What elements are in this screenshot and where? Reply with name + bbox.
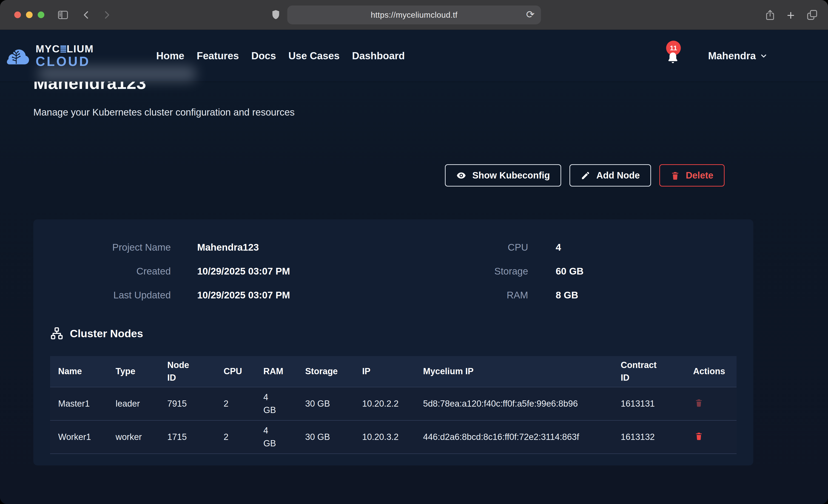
user-menu[interactable]: Mahendra (708, 50, 768, 61)
chevron-down-icon (759, 52, 768, 60)
col-header-mycelium-ip: Mycelium IP (415, 356, 613, 387)
url-text: https://myceliumcloud.tf (371, 10, 458, 19)
cluster-card: Project Name Mahendra123 CPU 4 Created 1… (33, 219, 753, 465)
delete-node-button[interactable] (693, 397, 705, 409)
detail-label: Project Name (50, 236, 171, 259)
bell-icon (666, 51, 679, 65)
traffic-lights (14, 11, 44, 18)
main-nav: Home Features Docs Use Cases Dashboard (156, 50, 405, 61)
node-contract-id: 1613131 (613, 387, 685, 420)
detail-label: CPU (409, 236, 528, 259)
mycelium-cloud-logo[interactable]: MYCLIUM CLOUD (6, 44, 94, 68)
nav-dashboard[interactable]: Dashboard (352, 50, 405, 61)
browser-window: https://myceliumcloud.tf ⟳ + (0, 0, 828, 504)
col-header-name: Name (50, 356, 108, 387)
node-storage: 30 GB (297, 387, 354, 420)
col-header-node-id: Node ID (159, 356, 215, 387)
node-ram: 4 GB (255, 387, 297, 420)
nav-docs[interactable]: Docs (251, 50, 276, 61)
last-updated-value: 10/29/2025 03:07 PM (171, 283, 409, 307)
reload-icon[interactable]: ⟳ (526, 9, 535, 19)
table-header-row: Name Type Node ID CPU RAM Storage IP Myc… (50, 356, 737, 387)
sidebar-toggle-icon[interactable] (57, 0, 69, 30)
node-mycelium-ip: 5d8:78ea:a120:f40c:ff0f:a5fe:99e6:8b96 (415, 387, 613, 420)
col-header-ram: RAM (255, 356, 297, 387)
logo-line-mycelium: MYCLIUM (36, 44, 94, 54)
storage-value: 60 GB (528, 259, 737, 283)
cloud-logo-icon (6, 45, 31, 67)
forward-icon[interactable] (101, 0, 112, 30)
notifications-bell[interactable]: 11 (665, 47, 680, 65)
col-header-cpu: CPU (215, 356, 255, 387)
node-storage: 30 GB (297, 420, 354, 454)
node-cpu: 2 (215, 387, 255, 420)
table-row: Master1 leader 7915 2 4 GB 30 GB 10.20.2… (50, 387, 737, 420)
cluster-actions: Show Kubeconfig Add Node Delete (33, 164, 724, 186)
delete-cluster-button[interactable]: Delete (659, 164, 724, 186)
trash-icon (695, 398, 703, 407)
created-value: 10/29/2025 03:07 PM (171, 259, 409, 283)
detail-label: Storage (409, 259, 528, 283)
nav-use-cases[interactable]: Use Cases (288, 50, 340, 61)
zoom-window-button[interactable] (38, 11, 44, 18)
node-type: worker (108, 420, 159, 454)
table-row: Worker1 worker 1715 2 4 GB 30 GB 10.20.3… (50, 420, 737, 454)
logo-line-cloud: CLOUD (36, 55, 94, 68)
node-type: leader (108, 387, 159, 420)
close-window-button[interactable] (14, 11, 21, 18)
cluster-nodes-section-head: Cluster Nodes (50, 327, 737, 340)
col-header-storage: Storage (297, 356, 354, 387)
col-header-type: Type (108, 356, 159, 387)
back-icon[interactable] (81, 0, 92, 30)
new-tab-icon[interactable]: + (787, 0, 795, 30)
node-ip: 10.20.2.2 (354, 387, 415, 420)
nav-features[interactable]: Features (197, 50, 239, 61)
node-mycelium-ip: 446:d2a6:8bcd:8c16:ff0f:72e2:3114:863f (415, 420, 613, 454)
nodes-table: Name Type Node ID CPU RAM Storage IP Myc… (50, 356, 737, 454)
eye-icon (456, 170, 466, 180)
node-ip: 10.20.3.2 (354, 420, 415, 454)
main-content: Mahendra123 Manage your Kubernetes clust… (0, 82, 828, 465)
privacy-shield-icon[interactable] (271, 0, 281, 30)
cluster-nodes-icon (50, 327, 64, 340)
tab-overview-icon[interactable] (806, 0, 818, 30)
user-name: Mahendra (708, 50, 756, 61)
share-icon[interactable] (764, 0, 776, 30)
address-bar[interactable]: https://myceliumcloud.tf ⟳ (287, 5, 541, 24)
delete-node-button[interactable] (693, 430, 705, 442)
page-viewport: MYCLIUM CLOUD Home Features Docs Use Cas… (0, 30, 828, 504)
cpu-value: 4 (528, 236, 737, 259)
browser-toolbar: https://myceliumcloud.tf ⟳ + (0, 0, 828, 30)
section-title: Cluster Nodes (70, 327, 143, 340)
col-header-ip: IP (354, 356, 415, 387)
trash-icon (695, 431, 703, 440)
page-title-clip: Mahendra123 (33, 82, 753, 95)
ram-value: 8 GB (528, 283, 737, 307)
minimize-window-button[interactable] (26, 11, 33, 18)
node-actions (685, 420, 737, 454)
page-subtitle: Manage your Kubernetes cluster configura… (33, 107, 753, 118)
striped-e-glyph (60, 45, 66, 53)
node-contract-id: 1613132 (613, 420, 685, 454)
col-header-actions: Actions (685, 356, 737, 387)
detail-label: Created (50, 259, 171, 283)
node-name: Worker1 (50, 420, 108, 454)
node-id: 7915 (159, 387, 215, 420)
col-header-contract-id: Contract ID (613, 356, 685, 387)
node-id: 1715 (159, 420, 215, 454)
node-name: Master1 (50, 387, 108, 420)
node-actions (685, 387, 737, 420)
node-cpu: 2 (215, 420, 255, 454)
add-node-button[interactable]: Add Node (570, 164, 651, 186)
project-name-value: Mahendra123 (171, 236, 409, 259)
page-title: Mahendra123 (33, 82, 753, 93)
node-ram: 4 GB (255, 420, 297, 454)
cluster-details: Project Name Mahendra123 CPU 4 Created 1… (50, 236, 737, 307)
show-kubeconfig-button[interactable]: Show Kubeconfig (445, 164, 561, 186)
pencil-icon (581, 171, 590, 180)
detail-label: RAM (409, 283, 528, 307)
detail-label: Last Updated (50, 283, 171, 307)
logo-wordmark: MYCLIUM CLOUD (36, 44, 94, 68)
nav-home[interactable]: Home (156, 50, 184, 61)
trash-icon (671, 171, 680, 180)
